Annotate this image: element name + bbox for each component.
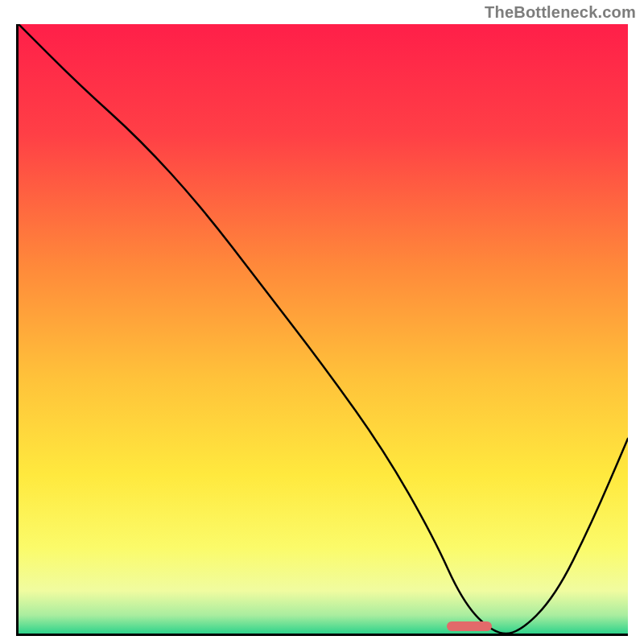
chart-axes-frame [16, 24, 628, 636]
optimal-marker [447, 621, 492, 631]
bottleneck-curve [19, 24, 628, 634]
watermark-text: TheBottleneck.com [485, 3, 636, 22]
